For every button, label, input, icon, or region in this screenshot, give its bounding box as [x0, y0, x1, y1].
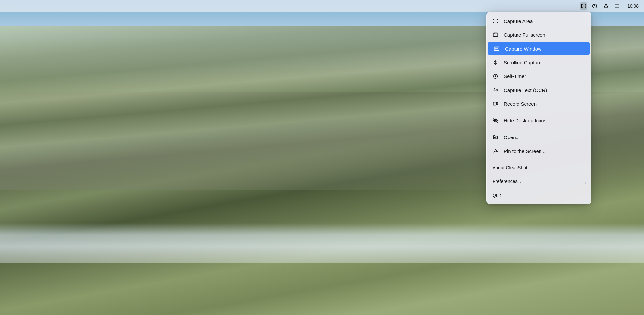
svg-point-5	[494, 33, 494, 33]
menu-item-scrolling-capture[interactable]: Scrolling Capture	[487, 55, 591, 69]
capture-text-icon: Aa	[492, 86, 499, 94]
menubar: 10:08	[0, 0, 644, 12]
pin-icon	[492, 147, 499, 155]
capture-fullscreen-label: Capture Fullscreen	[504, 32, 586, 38]
capture-area-label: Capture Area	[504, 18, 586, 24]
record-screen-label: Record Screen	[504, 101, 586, 107]
menu-item-preferences[interactable]: Preferences... ⌘,	[487, 175, 591, 188]
menu-item-capture-window[interactable]: Capture Window	[488, 42, 590, 55]
separator-1	[492, 112, 586, 112]
hide-desktop-icon	[492, 117, 499, 124]
droplr-menubar-icon[interactable]	[602, 2, 610, 10]
separator-2	[492, 129, 586, 129]
about-label: About CleanShot...	[493, 165, 586, 170]
open-icon	[492, 134, 499, 141]
svg-rect-3	[615, 7, 619, 8]
menu-item-about[interactable]: About CleanShot...	[487, 161, 591, 175]
svg-point-6	[494, 33, 495, 33]
menu-item-open[interactable]: Open...	[487, 130, 591, 144]
self-timer-label: Self-Timer	[504, 74, 586, 79]
svg-rect-12	[493, 102, 497, 105]
capture-area-icon	[492, 17, 499, 25]
svg-rect-10	[495, 48, 498, 50]
menu-item-quit[interactable]: Quit	[487, 188, 591, 202]
scrolling-capture-icon	[492, 59, 499, 66]
menu-item-capture-text[interactable]: Aa Capture Text (OCR)	[487, 83, 591, 97]
scrolling-capture-label: Scrolling Capture	[504, 60, 586, 65]
cleanshot-dropdown-menu: Capture Area Capture Fullscreen Capture …	[486, 12, 591, 204]
timer-menubar-icon[interactable]	[591, 2, 598, 10]
pin-label: Pin to the Screen...	[504, 148, 586, 154]
menu-item-record-screen[interactable]: Record Screen	[487, 97, 591, 111]
self-timer-icon	[492, 73, 499, 80]
svg-point-9	[496, 47, 496, 47]
menu-item-hide-desktop[interactable]: Hide Desktop Icons	[487, 114, 591, 127]
hide-desktop-label: Hide Desktop Icons	[504, 118, 586, 123]
bartender-menubar-icon[interactable]	[613, 2, 621, 10]
open-label: Open...	[504, 135, 586, 140]
record-screen-icon	[492, 100, 499, 107]
capture-window-icon	[493, 45, 500, 52]
preferences-label: Preferences...	[493, 179, 576, 184]
capture-text-label: Capture Text (OCR)	[504, 87, 586, 93]
svg-point-8	[495, 47, 495, 47]
separator-3	[492, 159, 586, 159]
menu-item-capture-area[interactable]: Capture Area	[487, 14, 591, 28]
menubar-time: 10:08	[627, 3, 639, 9]
capture-window-label: Capture Window	[505, 46, 585, 52]
menu-item-pin[interactable]: Pin to the Screen...	[487, 144, 591, 158]
menu-item-self-timer[interactable]: Self-Timer	[487, 69, 591, 83]
svg-rect-1	[615, 5, 619, 5]
capture-fullscreen-icon	[492, 31, 499, 38]
svg-rect-2	[615, 6, 619, 6]
cleanshot-menubar-icon[interactable]	[580, 2, 587, 10]
menubar-icons: 10:08	[580, 2, 639, 10]
quit-label: Quit	[493, 193, 586, 198]
preferences-shortcut: ⌘,	[580, 179, 586, 184]
menu-item-capture-fullscreen[interactable]: Capture Fullscreen	[487, 28, 591, 42]
fog-layer	[0, 223, 644, 262]
